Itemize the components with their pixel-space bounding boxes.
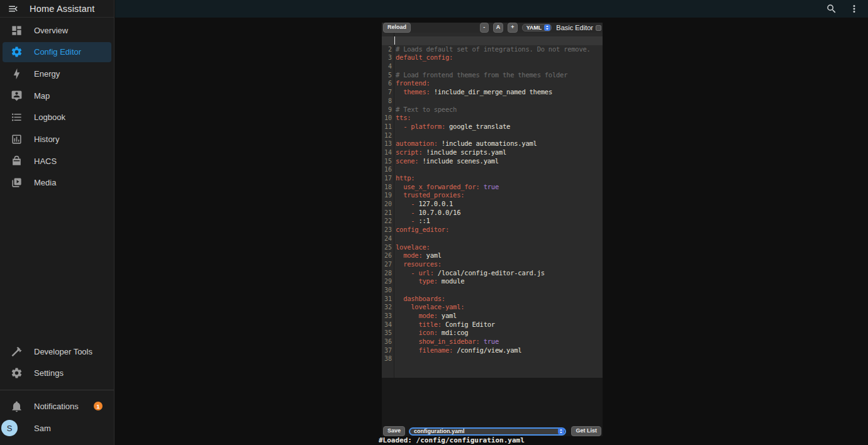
line-number: 10	[382, 114, 394, 123]
notification-badge: 1	[94, 402, 103, 410]
sidebar-item-map[interactable]: Map	[3, 85, 111, 106]
play-box-multiple-icon	[10, 177, 23, 189]
appbar	[115, 0, 868, 18]
sidebar-item-label: Developer Tools	[34, 347, 92, 356]
hammer-icon	[10, 345, 23, 358]
code-line: title: Config Editor	[394, 321, 603, 329]
line-number: 13	[382, 140, 394, 148]
code-line: - 127.0.0.1	[394, 200, 603, 209]
code-line: tts:	[394, 114, 603, 123]
sidebar-header: Home Assistant	[0, 0, 114, 18]
menu-dots-icon[interactable]	[848, 3, 860, 15]
file-select[interactable]: configuration.yaml	[409, 427, 566, 436]
search-icon[interactable]	[825, 3, 838, 15]
line-number: 26	[382, 251, 394, 260]
line-number: 8	[382, 97, 394, 106]
sidebar-item-label: Media	[34, 178, 56, 187]
text-caret	[394, 36, 395, 45]
code-line: - url: /local/config-editor-card.js	[394, 269, 603, 278]
sidebar-item-media[interactable]: Media	[3, 173, 111, 193]
line-number: 16	[382, 165, 394, 174]
code-line	[394, 354, 603, 363]
select-stepper-icon	[544, 25, 550, 31]
code-line: mode: yaml	[394, 312, 603, 321]
line-number: 25	[382, 243, 394, 252]
notifications-label: Notifications	[34, 402, 79, 411]
code-line: scene: !include scenes.yaml	[394, 157, 603, 166]
line-number: 1	[382, 36, 394, 45]
sidebar-item-logbook[interactable]: Logbook	[3, 107, 111, 128]
basic-editor-checkbox[interactable]	[596, 25, 601, 31]
sidebar-item-overview[interactable]: Overview	[3, 20, 111, 40]
line-number: 32	[382, 303, 394, 312]
editor-toolbar: Reload - A + YAML Basic Editor	[382, 23, 603, 33]
code-line: - platform: google_translate	[394, 123, 603, 131]
line-number: 27	[382, 260, 394, 269]
line-number: 31	[382, 295, 394, 304]
code-line: script: !include scripts.yaml	[394, 148, 603, 157]
sidebar-item-profile[interactable]: S Sam	[3, 418, 111, 438]
sidebar-item-developer-tools[interactable]: Developer Tools	[3, 341, 111, 361]
code-line: http:	[394, 174, 603, 183]
code-line: automation: !include automations.yaml	[394, 140, 603, 148]
file-select-value: configuration.yaml	[410, 428, 467, 434]
line-number: 2	[382, 45, 394, 54]
select-stepper-icon	[558, 428, 564, 434]
sidebar-profile: S Sam	[3, 418, 111, 438]
line-number: 14	[382, 148, 394, 157]
sidebar-item-history[interactable]: History	[3, 129, 111, 149]
line-number: 9	[382, 106, 394, 114]
line-number: 38	[382, 354, 394, 363]
editor-footer: Save configuration.yaml Get List	[382, 426, 603, 436]
line-number: 20	[382, 200, 394, 209]
code-line: - 10.7.0.0/16	[394, 209, 603, 217]
code-editor[interactable]: 1234567891011121314151617181920212223242…	[382, 33, 603, 378]
menu-open-icon[interactable]	[7, 3, 19, 15]
code-line	[394, 62, 603, 71]
code-line: # Loads default set of integrations. Do …	[394, 45, 603, 54]
sidebar-item-config-editor[interactable]: Config Editor	[3, 42, 111, 62]
line-number-gutter: 1234567891011121314151617181920212223242…	[382, 33, 394, 378]
line-number: 37	[382, 346, 394, 355]
sidebar-item-label: HACS	[34, 157, 57, 166]
code-line: lovelace-yaml:	[394, 303, 603, 312]
save-button[interactable]: Save	[383, 426, 405, 436]
code-line: mode: yaml	[394, 251, 603, 260]
line-number: 7	[382, 88, 394, 97]
font-increase-button[interactable]: +	[508, 23, 517, 33]
code-line: trusted_proxies:	[394, 191, 603, 200]
app-title: Home Assistant	[30, 4, 95, 14]
line-number: 33	[382, 312, 394, 321]
sidebar-item-label: Overview	[34, 26, 68, 35]
code-line: show_in_sidebar: true	[394, 338, 603, 346]
avatar: S	[10, 422, 23, 434]
code-line: - ::1	[394, 217, 603, 226]
line-number: 4	[382, 62, 394, 71]
code-line	[394, 234, 603, 243]
get-list-button[interactable]: Get List	[571, 426, 601, 436]
reload-button[interactable]: Reload	[383, 23, 411, 33]
sidebar-item-label: Energy	[34, 69, 60, 79]
line-number: 19	[382, 191, 394, 200]
code-line: frontend:	[394, 79, 603, 88]
hacs-icon	[10, 155, 23, 167]
code-line	[394, 36, 603, 45]
code-line: filename: /config/view.yaml	[394, 346, 603, 355]
sidebar: Home Assistant OverviewConfig EditorEner…	[0, 0, 114, 445]
sidebar-item-settings[interactable]: Settings	[3, 363, 111, 383]
basic-editor-label: Basic Editor	[556, 24, 593, 31]
font-reset-button[interactable]: A	[493, 23, 504, 33]
code-line: config_editor:	[394, 226, 603, 234]
config-editor-card: Reload - A + YAML Basic Editor 123456789…	[382, 23, 603, 436]
line-number: 18	[382, 183, 394, 192]
cog-icon	[10, 46, 23, 58]
sidebar-item-hacs[interactable]: HACS	[3, 151, 111, 171]
mode-select[interactable]: YAML	[522, 24, 552, 31]
code-line	[394, 131, 603, 140]
code-line	[394, 165, 603, 174]
font-decrease-button[interactable]: -	[480, 23, 489, 33]
profile-name: Sam	[34, 424, 51, 433]
code-line: dashboards:	[394, 295, 603, 304]
sidebar-item-energy[interactable]: Energy	[3, 63, 111, 84]
line-number: 3	[382, 53, 394, 62]
